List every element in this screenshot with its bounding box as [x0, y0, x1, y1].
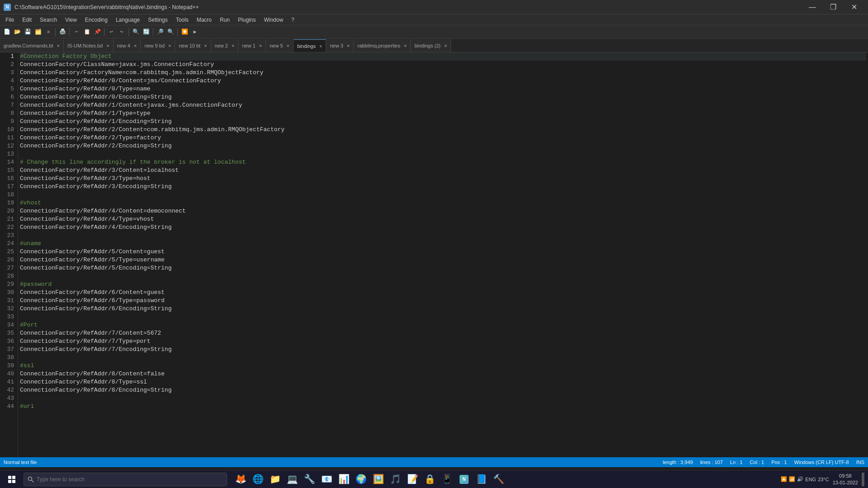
code-text-32: ConnectionFactory/RefAddr/6/Encoding=Str…	[20, 305, 171, 313]
menu-item-edit[interactable]: Edit	[19, 16, 35, 24]
taskbar-app9[interactable]: 🖼️	[370, 471, 386, 488]
taskbar-app10[interactable]: 🎵	[387, 471, 403, 488]
tab-bar: gradlew.Commands.bt×IS-UM.Notes.bd×new 4…	[0, 39, 868, 52]
tab-close-button[interactable]: ×	[168, 43, 171, 48]
redo-button[interactable]: ↪️	[117, 27, 127, 37]
menu-item-file[interactable]: File	[2, 16, 18, 24]
new-button[interactable]: 📄	[2, 27, 12, 37]
tab-new-1[interactable]: new 1×	[238, 39, 266, 52]
separator-5	[153, 28, 153, 36]
menu-item-view[interactable]: View	[62, 16, 81, 24]
date-display: 13-01-2022	[833, 479, 858, 486]
code-text-22: ConnectionFactory/RefAddr/4/Encoding=Str…	[20, 223, 171, 232]
menu-item-encoding[interactable]: Encoding	[81, 16, 111, 24]
tab-close-button[interactable]: ×	[57, 43, 59, 48]
tab-is-um-notes-bd[interactable]: IS-UM.Notes.bd×	[64, 39, 114, 52]
line-number-40: 40	[2, 370, 14, 378]
run-macro-button[interactable]: ▶️	[190, 27, 200, 37]
code-line-7: ConnectionFactory/RefAddr/1/Content=java…	[20, 101, 866, 109]
menu-item-language[interactable]: Language	[112, 16, 143, 24]
code-line-35: ConnectionFactory/RefAddr/7/Content=5672	[20, 329, 866, 337]
tab-close-button[interactable]: ×	[319, 43, 322, 49]
taskbar-app12[interactable]: 🔒	[422, 471, 438, 488]
tab-close-button[interactable]: ×	[204, 43, 207, 48]
zoom-in-button[interactable]: 🔎	[155, 27, 165, 37]
tab-close-button[interactable]: ×	[287, 43, 289, 48]
line-number-37: 37	[2, 346, 14, 354]
copy-button[interactable]: 📋	[82, 27, 92, 37]
menu-item-plugins[interactable]: Plugins	[234, 16, 259, 24]
notepad-icon: N	[460, 475, 469, 484]
search-input[interactable]	[37, 476, 223, 483]
start-button[interactable]	[4, 471, 20, 488]
taskbar-explorer[interactable]: 📁	[267, 471, 283, 488]
close-button-tb[interactable]: ✕	[43, 27, 53, 37]
save-all-button[interactable]: 🗂️	[33, 27, 43, 37]
open-button[interactable]: 📂	[12, 27, 22, 37]
line-number-33: 33	[2, 313, 14, 321]
minimize-button[interactable]: —	[802, 0, 823, 14]
tab-label: new 3	[330, 43, 343, 48]
replace-button[interactable]: 🔄	[141, 27, 151, 37]
menu-item-macro[interactable]: Macro	[193, 16, 215, 24]
maximize-button[interactable]: ❐	[823, 0, 844, 14]
line-number-13: 13	[2, 150, 14, 158]
taskbar-app8[interactable]: 🌍	[353, 471, 369, 488]
taskbar-firefox[interactable]: 🦊	[232, 471, 249, 488]
tab-new-2[interactable]: new 2×	[211, 39, 239, 52]
code-text-12: ConnectionFactory/RefAddr/2/Encoding=Str…	[20, 142, 171, 150]
taskbar-edge[interactable]: 🌐	[250, 471, 266, 488]
taskbar-app15[interactable]: 📘	[473, 471, 489, 488]
show-desktop-button[interactable]	[862, 473, 864, 486]
tab-new-5[interactable]: new 5×	[266, 39, 294, 52]
find-button[interactable]: 🔍	[131, 27, 141, 37]
menu-item-?[interactable]: ?	[288, 16, 298, 24]
taskbar-app16[interactable]: 🔨	[490, 471, 507, 488]
tab-close-button[interactable]: ×	[134, 43, 137, 48]
tab-new-4[interactable]: new 4×	[114, 39, 141, 52]
code-text-21: ConnectionFactory/RefAddr/4/Type=vhost	[20, 215, 154, 223]
tray-up-arrow[interactable]: 🔼	[781, 476, 787, 482]
menu-item-run[interactable]: Run	[216, 16, 233, 24]
taskbar-app7[interactable]: 📊	[336, 471, 352, 488]
taskbar-notepad[interactable]: N	[456, 471, 472, 488]
line-number-26: 26	[2, 256, 14, 264]
undo-button[interactable]: ↩️	[106, 27, 116, 37]
tab-close-button[interactable]: ×	[106, 43, 109, 48]
tab-new-3[interactable]: new 3×	[326, 39, 354, 52]
taskbar-app5[interactable]: 🔧	[301, 471, 318, 488]
editor-content[interactable]: #Connection Factory ObjectConnectionFact…	[18, 52, 868, 457]
clock[interactable]: 09:58 13-01-2022	[833, 473, 858, 486]
zoom-out-button[interactable]: 🔍	[166, 27, 175, 37]
tab-close-button[interactable]: ×	[444, 43, 447, 48]
tab-new-10-bt[interactable]: new 10 bt×	[175, 39, 211, 52]
menu-item-tools[interactable]: Tools	[172, 16, 192, 24]
macro-button[interactable]: ⏺️	[180, 27, 190, 37]
cut-button[interactable]: ✂️	[71, 27, 81, 37]
tab-bindings--2-[interactable]: bindings (2)×	[411, 39, 451, 52]
tab-gradlew-commands-bt[interactable]: gradlew.Commands.bt×	[0, 39, 64, 52]
taskbar-terminal[interactable]: 💻	[284, 471, 300, 488]
taskbar-app11[interactable]: 📝	[404, 471, 421, 488]
print-button[interactable]: 🖨️	[57, 27, 67, 37]
code-line-25: ConnectionFactory/RefAddr/5/Content=gues…	[20, 248, 866, 256]
menu-item-window[interactable]: Window	[260, 16, 287, 24]
tab-close-button[interactable]: ×	[232, 43, 234, 48]
taskbar-app6[interactable]: 📧	[318, 471, 335, 488]
tab-close-button[interactable]: ×	[347, 43, 350, 48]
taskbar-app13[interactable]: 📱	[439, 471, 455, 488]
menu-item-search[interactable]: Search	[36, 16, 61, 24]
taskbar-search[interactable]	[24, 473, 227, 486]
tab-rabbitmq-properties[interactable]: rabbitmq.properties×	[354, 39, 411, 52]
save-button[interactable]: 💾	[23, 27, 33, 37]
paste-button[interactable]: 📌	[92, 27, 102, 37]
line-number-11: 11	[2, 134, 14, 142]
close-button[interactable]: ✕	[844, 0, 864, 14]
menu-item-settings[interactable]: Settings	[144, 16, 171, 24]
code-text-41: ConnectionFactory/RefAddr/8/Type=ssl	[20, 378, 147, 386]
tab-bindings[interactable]: bindings×	[294, 39, 326, 52]
separator-2	[69, 28, 70, 36]
tab-new-9-bd[interactable]: new 9 bd×	[141, 39, 175, 52]
tab-close-button[interactable]: ×	[259, 43, 262, 48]
tab-close-button[interactable]: ×	[404, 43, 407, 48]
